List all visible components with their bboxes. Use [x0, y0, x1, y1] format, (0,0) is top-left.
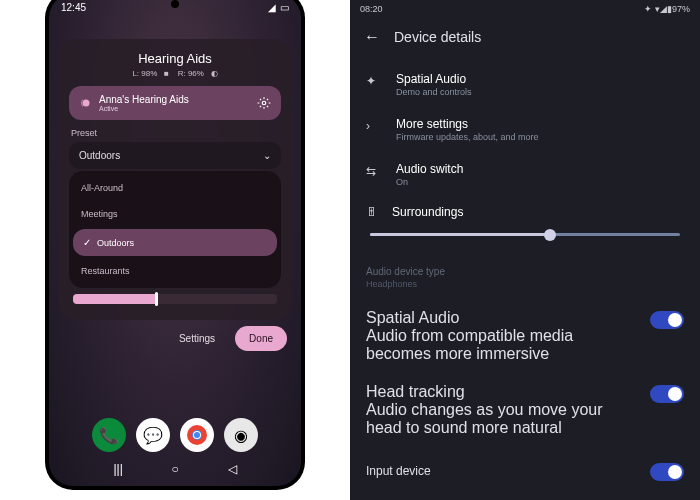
phone-frame: 12:45 ◢ ▭ Hearing Aids L: 98% ■ R: 96% ◐: [45, 0, 305, 490]
svg-point-1: [262, 101, 266, 105]
toggle-title: Spatial Audio: [366, 309, 638, 327]
preset-option-outdoors-label: Outdoors: [97, 238, 134, 248]
button-row: Settings Done: [49, 320, 301, 351]
nav-back[interactable]: ◁: [228, 462, 237, 476]
row-spatial-audio-demo[interactable]: ✦ Spatial Audio Demo and controls: [350, 62, 700, 107]
device-row[interactable]: Anna's Hearing Aids Active: [69, 86, 281, 120]
toggle-input-device[interactable]: Input device: [350, 447, 700, 495]
toggle-switch[interactable]: [650, 311, 684, 329]
svg-point-0: [83, 100, 90, 107]
left-battery: L: 98%: [132, 69, 157, 78]
chevron-right-icon: ›: [366, 119, 382, 133]
phone-right: 08:20 ✦ ▾◢▮97% ← Device details ✦ Spatia…: [350, 0, 700, 500]
hearing-aids-card: Hearing Aids L: 98% ■ R: 96% ◐ Anna's He…: [59, 39, 291, 320]
svg-point-5: [194, 432, 200, 438]
battery-levels: L: 98% ■ R: 96% ◐: [69, 69, 281, 78]
page-title: Device details: [394, 29, 481, 45]
battery-icon: ▭: [280, 2, 289, 13]
dock-messages-icon[interactable]: 💬: [136, 418, 170, 452]
toggle-title: Head tracking: [366, 383, 638, 401]
section-label: Audio device type: [350, 250, 700, 279]
phone-screen: 12:45 ◢ ▭ Hearing Aids L: 98% ■ R: 96% ◐: [49, 0, 301, 486]
preset-option-restaurants[interactable]: Restaurants: [69, 258, 281, 284]
nav-home[interactable]: ○: [172, 462, 179, 476]
slider-thumb[interactable]: [544, 229, 556, 241]
row-subtitle: Firmware updates, about, and more: [396, 132, 684, 142]
preset-label: Preset: [71, 128, 281, 138]
dock-phone-icon[interactable]: 📞: [92, 418, 126, 452]
status-time-right: 08:20: [360, 4, 383, 14]
slider-thumb[interactable]: [155, 292, 158, 306]
status-time: 12:45: [61, 2, 86, 13]
toggle-head-tracking[interactable]: Head tracking Audio changes as you move …: [350, 373, 700, 447]
surroundings-slider[interactable]: [370, 233, 680, 236]
row-more-settings[interactable]: › More settings Firmware updates, about,…: [350, 107, 700, 152]
status-right: ◢ ▭: [268, 2, 289, 13]
dock-chrome-icon[interactable]: [180, 418, 214, 452]
camera-cutout: [171, 0, 179, 8]
preset-selected-value: Outdoors: [79, 150, 120, 161]
nav-bar: ||| ○ ◁: [49, 456, 301, 486]
device-name: Anna's Hearing Aids: [99, 94, 189, 105]
toggle-switch[interactable]: [650, 385, 684, 403]
header: ← Device details: [350, 18, 700, 62]
toggle-title: Input device: [366, 464, 431, 478]
done-button[interactable]: Done: [235, 326, 287, 351]
signal-icon: ◢: [268, 2, 276, 13]
dock-camera-icon[interactable]: ◉: [224, 418, 258, 452]
chevron-down-icon: ⌄: [263, 150, 271, 161]
surroundings-block: 🎚 Surroundings: [350, 197, 700, 250]
row-subtitle: Demo and controls: [396, 87, 684, 97]
spatial-icon: ✦: [366, 74, 382, 88]
volume-slider[interactable]: [73, 294, 277, 304]
nav-recents[interactable]: |||: [113, 462, 122, 476]
preset-option-all-around[interactable]: All-Around: [69, 175, 281, 201]
card-title: Hearing Aids: [69, 51, 281, 66]
gear-icon[interactable]: [257, 96, 271, 110]
phone-left: 12:45 ◢ ▭ Hearing Aids L: 98% ■ R: 96% ◐: [0, 0, 350, 500]
surroundings-icon: 🎚: [366, 205, 378, 219]
surroundings-label: Surroundings: [392, 205, 463, 219]
right-battery: R: 96%: [178, 69, 204, 78]
row-title: Spatial Audio: [396, 72, 684, 86]
status-icons-right: ✦ ▾◢▮97%: [644, 4, 690, 14]
check-icon: ✓: [83, 237, 91, 248]
row-title: Audio switch: [396, 162, 684, 176]
back-button[interactable]: ←: [364, 28, 380, 46]
device-status: Active: [99, 105, 189, 112]
toggle-switch[interactable]: [650, 463, 684, 481]
dock: 📞 💬 ◉: [49, 412, 301, 456]
hearing-aid-icon: [79, 96, 93, 110]
section-sub: Headphones: [350, 279, 700, 299]
preset-option-outdoors[interactable]: ✓ Outdoors: [73, 229, 277, 256]
toggle-subtitle: Audio from compatible media becomes more…: [366, 327, 638, 363]
toggle-spatial-audio[interactable]: Spatial Audio Audio from compatible medi…: [350, 299, 700, 373]
status-bar-right: 08:20 ✦ ▾◢▮97%: [350, 0, 700, 18]
preset-option-meetings[interactable]: Meetings: [69, 201, 281, 227]
toggle-subtitle: Audio changes as you move your head to s…: [366, 401, 638, 437]
preset-select[interactable]: Outdoors ⌄: [69, 142, 281, 169]
row-title: More settings: [396, 117, 684, 131]
row-subtitle: On: [396, 177, 684, 187]
slider-track: [370, 233, 550, 236]
settings-button[interactable]: Settings: [167, 326, 227, 351]
swap-icon: ⇆: [366, 164, 382, 178]
row-audio-switch[interactable]: ⇆ Audio switch On: [350, 152, 700, 197]
preset-dropdown: All-Around Meetings ✓ Outdoors Restauran…: [69, 171, 281, 288]
